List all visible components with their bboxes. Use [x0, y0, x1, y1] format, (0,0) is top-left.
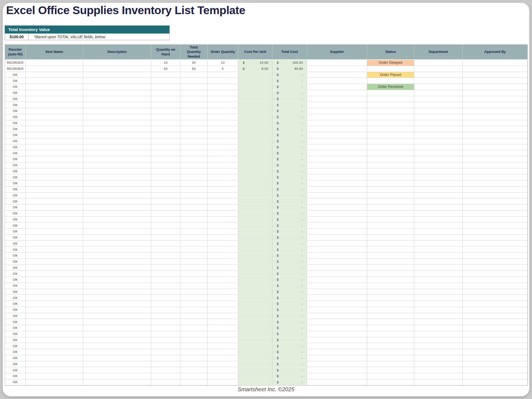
cell-qty_on_hand[interactable] — [151, 144, 180, 150]
cell-description[interactable] — [83, 349, 151, 355]
cell-qty_on_hand[interactable] — [151, 319, 180, 325]
cell-department[interactable] — [414, 78, 463, 84]
cell-department[interactable] — [414, 307, 463, 313]
cell-approved_by[interactable] — [463, 271, 528, 277]
cell-supplier[interactable] — [307, 84, 367, 90]
cell-department[interactable] — [414, 379, 463, 385]
cell-description[interactable] — [83, 222, 151, 229]
cell-status[interactable] — [367, 307, 414, 313]
cell-description[interactable] — [83, 66, 151, 72]
cell-supplier[interactable] — [307, 186, 367, 193]
cell-total_cost[interactable]: $100.00 — [272, 60, 307, 66]
cell-reorder[interactable]: REORDER — [5, 60, 26, 66]
cell-qty_on_hand[interactable] — [151, 150, 180, 156]
cell-total_qty_needed[interactable] — [180, 78, 208, 84]
cell-supplier[interactable] — [307, 144, 367, 150]
cell-total_qty_needed[interactable] — [180, 259, 208, 265]
cell-supplier[interactable] — [307, 156, 367, 162]
cell-description[interactable] — [83, 253, 151, 259]
cell-qty_on_hand[interactable] — [151, 132, 180, 138]
cell-status[interactable] — [367, 313, 414, 319]
cell-supplier[interactable] — [307, 241, 367, 247]
cell-approved_by[interactable] — [463, 150, 528, 156]
cell-department[interactable] — [414, 361, 463, 367]
cell-department[interactable] — [414, 174, 463, 180]
cell-status[interactable] — [367, 120, 414, 126]
cell-department[interactable] — [414, 301, 463, 307]
cell-approved_by[interactable] — [463, 265, 528, 271]
cell-status[interactable] — [367, 247, 414, 253]
cell-item_name[interactable] — [26, 174, 83, 180]
cell-status[interactable] — [367, 301, 414, 307]
cell-total_qty_needed[interactable] — [180, 96, 208, 102]
cell-approved_by[interactable] — [463, 108, 528, 114]
cell-order_qty[interactable] — [208, 96, 238, 102]
cell-supplier[interactable] — [307, 343, 367, 349]
cell-status[interactable] — [367, 174, 414, 180]
cell-cost_per_unit[interactable] — [238, 186, 272, 193]
cell-reorder[interactable]: OK — [5, 138, 26, 144]
cell-description[interactable] — [83, 180, 151, 186]
cell-total_cost[interactable]: $- — [272, 96, 307, 102]
cell-item_name[interactable] — [26, 198, 83, 204]
cell-total_qty_needed[interactable] — [180, 168, 208, 175]
cell-total_qty_needed[interactable]: 20 — [180, 60, 208, 66]
cell-total_cost[interactable]: $- — [272, 132, 307, 138]
cell-cost_per_unit[interactable] — [238, 367, 272, 373]
cell-approved_by[interactable] — [463, 78, 528, 84]
cell-qty_on_hand[interactable] — [151, 78, 180, 84]
cell-department[interactable] — [414, 259, 463, 265]
cell-department[interactable] — [414, 295, 463, 301]
cell-item_name[interactable] — [26, 277, 83, 283]
cell-cost_per_unit[interactable] — [238, 325, 272, 331]
cell-order_qty[interactable] — [208, 193, 238, 199]
cell-qty_on_hand[interactable] — [151, 307, 180, 313]
cell-order_qty[interactable] — [208, 331, 238, 337]
cell-description[interactable] — [83, 144, 151, 150]
cell-approved_by[interactable] — [463, 295, 528, 301]
cell-total_cost[interactable]: $- — [272, 90, 307, 96]
cell-total_qty_needed[interactable] — [180, 283, 208, 289]
cell-item_name[interactable] — [26, 193, 83, 199]
cell-order_qty[interactable] — [208, 120, 238, 126]
cell-department[interactable] — [414, 325, 463, 331]
cell-status[interactable] — [367, 144, 414, 150]
cell-reorder[interactable]: OK — [5, 301, 26, 307]
cell-cost_per_unit[interactable] — [238, 168, 272, 175]
cell-total_qty_needed[interactable] — [180, 379, 208, 385]
cell-cost_per_unit[interactable] — [238, 156, 272, 162]
cell-total_cost[interactable]: $- — [272, 156, 307, 162]
cell-total_cost[interactable]: $- — [272, 72, 307, 78]
cell-item_name[interactable] — [26, 60, 83, 66]
cell-total_qty_needed[interactable] — [180, 84, 208, 90]
cell-item_name[interactable] — [26, 78, 83, 84]
cell-total_cost[interactable]: $- — [272, 120, 307, 126]
cell-department[interactable] — [414, 211, 463, 217]
cell-item_name[interactable] — [26, 373, 83, 379]
cell-qty_on_hand[interactable] — [151, 198, 180, 204]
cell-approved_by[interactable] — [463, 126, 528, 132]
cell-approved_by[interactable] — [463, 193, 528, 199]
cell-description[interactable] — [83, 96, 151, 102]
cell-item_name[interactable] — [26, 120, 83, 126]
cell-total_cost[interactable]: $- — [272, 114, 307, 120]
cell-status[interactable] — [367, 217, 414, 223]
cell-supplier[interactable] — [307, 174, 367, 180]
cell-department[interactable] — [414, 277, 463, 283]
cell-item_name[interactable] — [26, 283, 83, 289]
cell-status[interactable] — [367, 295, 414, 301]
cell-total_cost[interactable]: $40.00 — [272, 66, 307, 72]
cell-total_cost[interactable]: $- — [272, 361, 307, 367]
cell-order_qty[interactable] — [208, 102, 238, 108]
cell-approved_by[interactable] — [463, 60, 528, 66]
cell-item_name[interactable] — [26, 138, 83, 144]
cell-cost_per_unit[interactable] — [238, 222, 272, 229]
cell-supplier[interactable] — [307, 265, 367, 271]
cell-cost_per_unit[interactable] — [238, 204, 272, 211]
cell-reorder[interactable]: OK — [5, 217, 26, 223]
cell-description[interactable] — [83, 60, 151, 66]
cell-order_qty[interactable] — [208, 355, 238, 361]
cell-order_qty[interactable] — [208, 265, 238, 271]
cell-total_qty_needed[interactable] — [180, 295, 208, 301]
cell-total_cost[interactable]: $- — [272, 108, 307, 114]
